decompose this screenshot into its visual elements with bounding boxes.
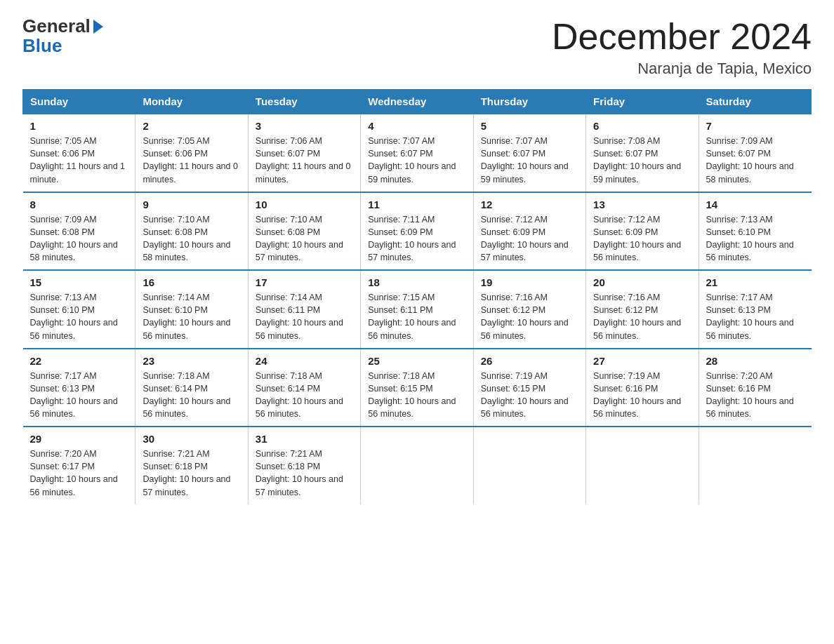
day-number: 19: [481, 276, 578, 288]
table-row: 24 Sunrise: 7:18 AM Sunset: 6:14 PM Dayl…: [248, 349, 360, 427]
day-number: 29: [30, 433, 128, 445]
table-row: [586, 427, 699, 504]
table-row: 26 Sunrise: 7:19 AM Sunset: 6:15 PM Dayl…: [473, 349, 585, 427]
calendar-week-row: 8 Sunrise: 7:09 AM Sunset: 6:08 PM Dayli…: [23, 192, 812, 271]
day-number: 10: [256, 199, 353, 210]
table-row: 25 Sunrise: 7:18 AM Sunset: 6:15 PM Dayl…: [361, 349, 473, 427]
day-number: 25: [368, 355, 465, 367]
day-number: 15: [30, 276, 128, 288]
day-number: 1: [30, 120, 128, 132]
day-number: 20: [593, 276, 691, 288]
day-info: Sunrise: 7:05 AM Sunset: 6:06 PM Dayligh…: [30, 135, 128, 186]
day-info: Sunrise: 7:10 AM Sunset: 6:08 PM Dayligh…: [143, 213, 240, 264]
table-row: 22 Sunrise: 7:17 AM Sunset: 6:13 PM Dayl…: [23, 349, 135, 427]
day-number: 6: [593, 120, 691, 132]
calendar-table: Sunday Monday Tuesday Wednesday Thursday…: [22, 89, 812, 504]
day-info: Sunrise: 7:11 AM Sunset: 6:09 PM Dayligh…: [368, 213, 465, 264]
day-info: Sunrise: 7:07 AM Sunset: 6:07 PM Dayligh…: [481, 135, 578, 186]
day-number: 7: [706, 120, 805, 132]
table-row: 29 Sunrise: 7:20 AM Sunset: 6:17 PM Dayl…: [23, 427, 135, 504]
table-row: 5 Sunrise: 7:07 AM Sunset: 6:07 PM Dayli…: [473, 114, 585, 192]
day-info: Sunrise: 7:18 AM Sunset: 6:14 PM Dayligh…: [256, 370, 353, 421]
table-row: 9 Sunrise: 7:10 AM Sunset: 6:08 PM Dayli…: [135, 192, 248, 271]
table-row: 28 Sunrise: 7:20 AM Sunset: 6:16 PM Dayl…: [699, 349, 811, 427]
day-number: 8: [30, 199, 128, 210]
table-row: 21 Sunrise: 7:17 AM Sunset: 6:13 PM Dayl…: [699, 270, 811, 349]
calendar-week-row: 1 Sunrise: 7:05 AM Sunset: 6:06 PM Dayli…: [23, 114, 812, 192]
header-saturday: Saturday: [699, 90, 811, 114]
day-number: 2: [143, 120, 240, 132]
table-row: 27 Sunrise: 7:19 AM Sunset: 6:16 PM Dayl…: [586, 349, 699, 427]
table-row: 7 Sunrise: 7:09 AM Sunset: 6:07 PM Dayli…: [699, 114, 811, 192]
page-header: General Blue December 2024 Naranja de Ta…: [22, 17, 812, 78]
table-row: [473, 427, 585, 504]
header-wednesday: Wednesday: [361, 90, 473, 114]
day-number: 5: [481, 120, 578, 132]
day-number: 12: [481, 199, 578, 210]
day-number: 24: [256, 355, 353, 367]
day-info: Sunrise: 7:07 AM Sunset: 6:07 PM Dayligh…: [368, 135, 465, 186]
day-number: 9: [143, 199, 240, 210]
logo-general-text: General: [22, 17, 91, 35]
table-row: 3 Sunrise: 7:06 AM Sunset: 6:07 PM Dayli…: [248, 114, 360, 192]
day-info: Sunrise: 7:12 AM Sunset: 6:09 PM Dayligh…: [593, 213, 691, 264]
day-info: Sunrise: 7:16 AM Sunset: 6:12 PM Dayligh…: [593, 291, 691, 342]
day-info: Sunrise: 7:18 AM Sunset: 6:14 PM Dayligh…: [143, 370, 240, 421]
day-number: 27: [593, 355, 691, 367]
month-title: December 2024: [552, 17, 812, 57]
calendar-week-row: 29 Sunrise: 7:20 AM Sunset: 6:17 PM Dayl…: [23, 427, 812, 504]
day-number: 16: [143, 276, 240, 288]
logo-triangle-icon: [93, 20, 103, 34]
day-number: 11: [368, 199, 465, 210]
table-row: 15 Sunrise: 7:13 AM Sunset: 6:10 PM Dayl…: [23, 270, 135, 349]
day-number: 4: [368, 120, 465, 132]
header-tuesday: Tuesday: [248, 90, 360, 114]
location-text: Naranja de Tapia, Mexico: [552, 60, 812, 78]
day-number: 21: [706, 276, 805, 288]
logo-blue-text: Blue: [22, 35, 62, 57]
day-number: 14: [706, 199, 805, 210]
day-number: 26: [481, 355, 578, 367]
table-row: 10 Sunrise: 7:10 AM Sunset: 6:08 PM Dayl…: [248, 192, 360, 271]
table-row: 13 Sunrise: 7:12 AM Sunset: 6:09 PM Dayl…: [586, 192, 699, 271]
table-row: 2 Sunrise: 7:05 AM Sunset: 6:06 PM Dayli…: [135, 114, 248, 192]
table-row: 17 Sunrise: 7:14 AM Sunset: 6:11 PM Dayl…: [248, 270, 360, 349]
day-number: 28: [706, 355, 805, 367]
table-row: 1 Sunrise: 7:05 AM Sunset: 6:06 PM Dayli…: [23, 114, 135, 192]
table-row: 12 Sunrise: 7:12 AM Sunset: 6:09 PM Dayl…: [473, 192, 585, 271]
day-number: 22: [30, 355, 128, 367]
day-info: Sunrise: 7:15 AM Sunset: 6:11 PM Dayligh…: [368, 291, 465, 342]
day-info: Sunrise: 7:10 AM Sunset: 6:08 PM Dayligh…: [256, 213, 353, 264]
title-section: December 2024 Naranja de Tapia, Mexico: [552, 17, 812, 78]
day-info: Sunrise: 7:20 AM Sunset: 6:17 PM Dayligh…: [30, 448, 128, 499]
table-row: 20 Sunrise: 7:16 AM Sunset: 6:12 PM Dayl…: [586, 270, 699, 349]
table-row: 11 Sunrise: 7:11 AM Sunset: 6:09 PM Dayl…: [361, 192, 473, 271]
header-sunday: Sunday: [23, 90, 135, 114]
day-number: 3: [256, 120, 353, 132]
day-number: 13: [593, 199, 691, 210]
header-monday: Monday: [135, 90, 248, 114]
day-info: Sunrise: 7:17 AM Sunset: 6:13 PM Dayligh…: [30, 370, 128, 421]
table-row: 30 Sunrise: 7:21 AM Sunset: 6:18 PM Dayl…: [135, 427, 248, 504]
table-row: 14 Sunrise: 7:13 AM Sunset: 6:10 PM Dayl…: [699, 192, 811, 271]
day-info: Sunrise: 7:09 AM Sunset: 6:08 PM Dayligh…: [30, 213, 128, 264]
day-info: Sunrise: 7:08 AM Sunset: 6:07 PM Dayligh…: [593, 135, 691, 186]
day-info: Sunrise: 7:14 AM Sunset: 6:10 PM Dayligh…: [143, 291, 240, 342]
table-row: [361, 427, 473, 504]
logo: General Blue: [22, 17, 103, 57]
day-info: Sunrise: 7:21 AM Sunset: 6:18 PM Dayligh…: [256, 448, 353, 499]
day-number: 23: [143, 355, 240, 367]
day-number: 31: [256, 433, 353, 445]
day-info: Sunrise: 7:12 AM Sunset: 6:09 PM Dayligh…: [481, 213, 578, 264]
day-number: 30: [143, 433, 240, 445]
table-row: 8 Sunrise: 7:09 AM Sunset: 6:08 PM Dayli…: [23, 192, 135, 271]
header-friday: Friday: [586, 90, 699, 114]
table-row: 31 Sunrise: 7:21 AM Sunset: 6:18 PM Dayl…: [248, 427, 360, 504]
header-thursday: Thursday: [473, 90, 585, 114]
day-info: Sunrise: 7:16 AM Sunset: 6:12 PM Dayligh…: [481, 291, 578, 342]
day-info: Sunrise: 7:19 AM Sunset: 6:16 PM Dayligh…: [593, 370, 691, 421]
table-row: 16 Sunrise: 7:14 AM Sunset: 6:10 PM Dayl…: [135, 270, 248, 349]
day-info: Sunrise: 7:20 AM Sunset: 6:16 PM Dayligh…: [706, 370, 805, 421]
day-info: Sunrise: 7:21 AM Sunset: 6:18 PM Dayligh…: [143, 448, 240, 499]
day-info: Sunrise: 7:18 AM Sunset: 6:15 PM Dayligh…: [368, 370, 465, 421]
